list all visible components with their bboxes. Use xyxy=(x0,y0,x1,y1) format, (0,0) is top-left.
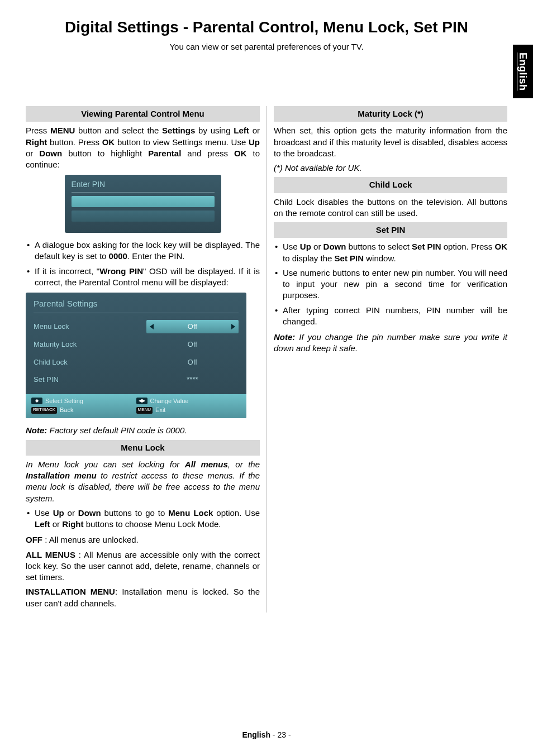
content-columns: Viewing Parental Control Menu Press MENU… xyxy=(26,106,507,613)
page-subtitle: You can view or set parental preferences… xyxy=(26,41,507,52)
page-footer: English - 23 - xyxy=(0,730,533,740)
viewing-intro: Press MENU button and select the Setting… xyxy=(26,125,260,170)
menu-lock-bullets: Use Up or Down buttons to go to Menu Loc… xyxy=(26,508,260,530)
set-pin-note: Note: If you change the pin number make … xyxy=(274,332,507,355)
language-tab: English xyxy=(513,45,533,98)
section-child-lock: Child Lock xyxy=(274,177,507,193)
viewing-bullets: A dialogue box asking for the lock key w… xyxy=(26,240,260,288)
menu-lock-off: OFF : All menus are unlocked. xyxy=(26,534,260,546)
set-pin-select: Use Up or Down buttons to select Set PIN… xyxy=(274,241,507,264)
parental-footer: ◆Select Setting ◀▶Change Value RET/BACKB… xyxy=(26,394,246,419)
parental-row-set-pin: Set PIN **** xyxy=(26,371,246,389)
parental-row-menu-lock: Menu Lock Off xyxy=(26,318,246,336)
leftright-chip-icon: ◀▶ xyxy=(136,398,147,404)
menu-lock-use-buttons: Use Up or Down buttons to go to Menu Loc… xyxy=(26,508,260,530)
note-default-pin: Note: Factory set default PIN code is 00… xyxy=(26,425,260,436)
parental-row-maturity-lock: Maturity Lock Off xyxy=(26,336,246,353)
parental-settings-title: Parental Settings xyxy=(26,298,246,313)
child-lock-desc: Child Lock disables the buttons on the t… xyxy=(274,197,507,219)
bullet-wrong-pin: If it is incorrect, "Wrong PIN" OSD will… xyxy=(26,266,260,289)
enter-pin-screenshot: Enter PIN xyxy=(65,175,221,233)
triangle-right-icon xyxy=(231,324,235,329)
section-maturity-lock: Maturity Lock (*) xyxy=(274,106,507,122)
pin-field-secondary xyxy=(72,210,215,222)
bullet-default-key: A dialogue box asking for the lock key w… xyxy=(26,240,260,262)
maturity-desc: When set, this option gets the maturity … xyxy=(274,125,507,159)
parental-settings-screenshot: Parental Settings Menu Lock Off Maturity… xyxy=(26,293,246,418)
set-pin-bullets: Use Up or Down buttons to select Set PIN… xyxy=(274,241,507,327)
section-viewing-parental: Viewing Parental Control Menu xyxy=(26,106,260,122)
menu-lock-intro: In Menu lock you can set locking for All… xyxy=(26,459,260,504)
section-set-pin: Set PIN xyxy=(274,222,507,238)
section-menu-lock: Menu Lock xyxy=(26,440,260,456)
updown-chip-icon: ◆ xyxy=(31,398,42,404)
parental-row-child-lock: Child Lock Off xyxy=(26,353,246,371)
menu-lock-all: ALL MENUS : All Menus are accessible onl… xyxy=(26,549,260,583)
pin-field-highlight xyxy=(72,196,215,207)
menu-chip-icon: MENU xyxy=(136,407,153,414)
page-title: Digital Settings - Parental Control, Men… xyxy=(26,17,507,38)
retback-chip-icon: RET/BACK xyxy=(31,407,57,414)
menu-lock-install: INSTALLATION MENU: Installation menu is … xyxy=(26,586,260,609)
enter-pin-label: Enter PIN xyxy=(72,179,215,190)
set-pin-changed: After typing correct PIN numbers, PIN nu… xyxy=(274,305,507,328)
maturity-note: (*) Not available for UK. xyxy=(274,162,507,174)
right-column: Maturity Lock (*) When set, this option … xyxy=(266,106,507,613)
left-column: Viewing Parental Control Menu Press MENU… xyxy=(26,106,266,613)
triangle-left-icon xyxy=(150,324,154,329)
set-pin-numeric: Use numeric buttons to enter new pin num… xyxy=(274,267,507,302)
